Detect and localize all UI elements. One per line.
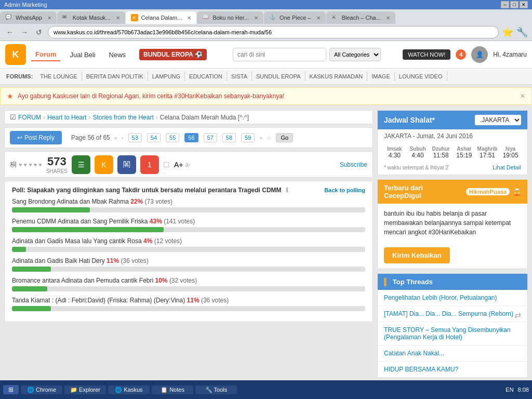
other-share-button[interactable]: 1 bbox=[140, 155, 159, 174]
banner-text: Ayo gabung Kaskuser lain di Regional Aga… bbox=[18, 92, 284, 100]
taskbar-browser[interactable]: 🌐 Chrome bbox=[21, 385, 62, 386]
start-button[interactable]: ⊞ bbox=[3, 385, 19, 385]
forward-button[interactable]: → bbox=[19, 26, 30, 38]
maximize-button[interactable]: □ bbox=[510, 1, 518, 8]
forum-nav: FORUMS: THE LOUNGE BERITA DAN POLITIK LA… bbox=[0, 69, 532, 85]
poll-option-2: Penemu CDMM Adinata dan Sang Pemilik Fri… bbox=[12, 218, 365, 232]
minimize-button[interactable]: ─ bbox=[501, 1, 509, 8]
cecep-header: Terbaru dari CecepDigul HikmahPuasa 🧝 bbox=[378, 180, 527, 204]
back-to-polling-link[interactable]: Back to polling bbox=[324, 187, 365, 193]
browser-tabs-bar: 💬 WhatsApp ✕ ✉ Kotak Masuk... ✕ K Celana… bbox=[0, 9, 532, 24]
kirim-kebaikan-button[interactable]: Kirim Kebaikan bbox=[384, 247, 450, 263]
tab-close-bleach[interactable]: ✕ bbox=[386, 15, 390, 21]
tab-favicon-kotak: ✉ bbox=[62, 14, 70, 21]
poll-bar-fill-2 bbox=[12, 227, 164, 232]
tab-close-whatsapp[interactable]: ✕ bbox=[47, 15, 51, 21]
top-thread-4[interactable]: Catatan Anak Nakal... bbox=[378, 345, 527, 362]
breadcrumb-stories-from-heart[interactable]: Stories from the Heart bbox=[92, 114, 153, 121]
tab-close-celana[interactable]: ✕ bbox=[187, 15, 191, 21]
tab-boku[interactable]: 📖 Boku no Her... ✕ bbox=[197, 11, 263, 24]
nav-the-lounge[interactable]: THE LOUNGE bbox=[36, 72, 82, 81]
nav-image[interactable]: IMAGE bbox=[367, 72, 394, 81]
page-54[interactable]: 54 bbox=[147, 133, 161, 142]
tab-close-kotak[interactable]: ✕ bbox=[116, 15, 120, 21]
nav-news[interactable]: News bbox=[105, 49, 130, 61]
jadwal-shalat-card: Jadwal Shalat* .JAKARTA JAKARTA - Jumat,… bbox=[377, 110, 528, 175]
poll-option-5-votes: (32 votes) bbox=[169, 277, 197, 284]
top-thread-5[interactable]: HIDUP BERSAMA KAMU? bbox=[378, 362, 527, 378]
nav-jualbeli[interactable]: Jual Beli bbox=[65, 49, 99, 61]
font-increase-icon[interactable]: A+ bbox=[174, 161, 183, 169]
last-page-icon[interactable]: ☆ bbox=[267, 135, 272, 141]
subscribe-button[interactable]: Subscribe bbox=[340, 161, 367, 168]
poll-option-3-label: Adinata dan Gadis Masa lalu Yang cantik … bbox=[12, 237, 365, 245]
browser-addressbar: ← → ↺ ⭐ 🔧 bbox=[0, 24, 532, 41]
nav-education[interactable]: EDUCATION bbox=[185, 72, 227, 81]
poll-bar-fill-5 bbox=[12, 286, 47, 291]
banner-close-icon[interactable]: ✕ bbox=[520, 92, 525, 100]
page-53[interactable]: 53 bbox=[128, 133, 142, 142]
next-page-icon[interactable]: » bbox=[259, 135, 262, 141]
page-59[interactable]: 59 bbox=[241, 133, 255, 142]
poll-bar-bg-4 bbox=[12, 267, 365, 272]
notification-badge[interactable]: 4 bbox=[456, 49, 466, 60]
top-thread-1[interactable]: Pengelihatan Lebih (Horor, Petualangan) bbox=[378, 290, 527, 306]
page-58[interactable]: 58 bbox=[222, 133, 236, 142]
page-57[interactable]: 57 bbox=[204, 133, 217, 142]
nav-kaskus-ramadan[interactable]: KASKUS RAMADAN bbox=[305, 72, 368, 81]
nav-berita[interactable]: BERITA DAN POLITIK bbox=[82, 72, 148, 81]
category-select[interactable]: All Categories bbox=[329, 48, 381, 61]
tab-close-boku[interactable]: ✕ bbox=[254, 15, 258, 21]
reply-icon: ↩ bbox=[17, 134, 22, 141]
tab-kotak[interactable]: ✉ Kotak Masuk... ✕ bbox=[57, 11, 125, 24]
taskbar-item-5[interactable]: 🔧 Tools bbox=[195, 385, 237, 386]
font-decrease-icon[interactable]: a- bbox=[185, 161, 191, 168]
tab-bleach[interactable]: ⚔ Bleach – Cha... ✕ bbox=[326, 11, 395, 24]
first-page-icon[interactable]: « bbox=[114, 135, 117, 141]
nav-sundul-eropa[interactable]: SUNDUL EROPA bbox=[252, 72, 305, 81]
jadwal-city-select[interactable]: .JAKARTA bbox=[475, 115, 521, 125]
nav-lounge-video[interactable]: LOUNGE VIDEO bbox=[395, 72, 447, 81]
jadwal-note: * waktu setempat & Ihtiyat 2' bbox=[384, 165, 449, 170]
back-button[interactable]: ← bbox=[4, 26, 16, 38]
close-button[interactable]: ✕ bbox=[520, 1, 528, 8]
search-input[interactable] bbox=[233, 48, 326, 61]
breadcrumb-heart-to-heart[interactable]: Heart to Heart bbox=[47, 114, 86, 121]
jadwal-footer: * waktu setempat & Ihtiyat 2' Lihat Deta… bbox=[378, 162, 527, 175]
breadcrumb-forum[interactable]: FORUM bbox=[18, 114, 41, 121]
tab-label-celana: Celana Dalam... bbox=[141, 15, 182, 21]
url-bar[interactable] bbox=[48, 26, 499, 38]
refresh-button[interactable]: ↺ bbox=[33, 26, 45, 38]
poll-info-icon: ℹ bbox=[286, 187, 288, 194]
top-thread-3[interactable]: TRUE STORY – Semua Yang Disembunyikan (P… bbox=[378, 322, 527, 345]
breadcrumb-check[interactable]: ☑ bbox=[10, 113, 16, 121]
tab-celana[interactable]: K Celana Dalam... ✕ bbox=[126, 11, 197, 24]
tab-whatsapp[interactable]: 💬 WhatsApp ✕ bbox=[0, 11, 57, 24]
go-button[interactable]: Go bbox=[276, 133, 293, 142]
taskbar-item-3[interactable]: 🌐 Kaskus bbox=[108, 385, 150, 386]
bbm-share-button[interactable]: ☰ bbox=[72, 155, 90, 174]
prev-page-icon[interactable]: ‹ bbox=[122, 135, 124, 141]
post-reply-button[interactable]: ↩ Post Reply bbox=[10, 131, 62, 144]
nav-lampung[interactable]: LAMPUNG bbox=[148, 72, 185, 81]
facebook-share-button[interactable]: 閣 bbox=[117, 155, 136, 174]
tab-onepiece[interactable]: ⚓ One Piece – ✕ bbox=[264, 11, 326, 24]
lihat-detail-link[interactable]: Lihat Detail bbox=[493, 164, 521, 170]
kaskus-share-button[interactable]: K bbox=[95, 155, 113, 174]
page-55[interactable]: 55 bbox=[166, 133, 179, 142]
share-bar: 桐 ♥ ♥ ♥ ♥ ♥ 573 SHARES ☰ K 閣 1 ☐ A+ a- S… bbox=[4, 151, 373, 178]
tab-close-onepiece[interactable]: ✕ bbox=[316, 15, 321, 21]
taskbar-explorer[interactable]: 📁 Explorer bbox=[64, 385, 106, 386]
taskbar-item-4[interactable]: 📋 Notes bbox=[152, 385, 193, 386]
page-56-current[interactable]: 56 bbox=[184, 133, 198, 142]
hi-user-label: Hi, 4zamaru bbox=[493, 51, 527, 58]
poll-option-4-pct: 11% bbox=[107, 257, 121, 264]
kaskus-logo[interactable]: K bbox=[5, 44, 26, 65]
sidebar: Jadwal Shalat* .JAKARTA JAKARTA - Jumat,… bbox=[377, 110, 528, 382]
top-thread-2[interactable]: [TAMAT] Dia... Dia... Dia... Sempurna (R… bbox=[378, 306, 527, 322]
watch-now-button[interactable]: WATCH NOW! bbox=[403, 49, 450, 60]
nav-forum[interactable]: Forum bbox=[31, 48, 60, 61]
nav-sista[interactable]: SISTA bbox=[227, 72, 252, 81]
expand-icon[interactable]: ⇄ bbox=[514, 310, 521, 320]
checkbox-icon[interactable]: ☐ bbox=[163, 161, 170, 169]
